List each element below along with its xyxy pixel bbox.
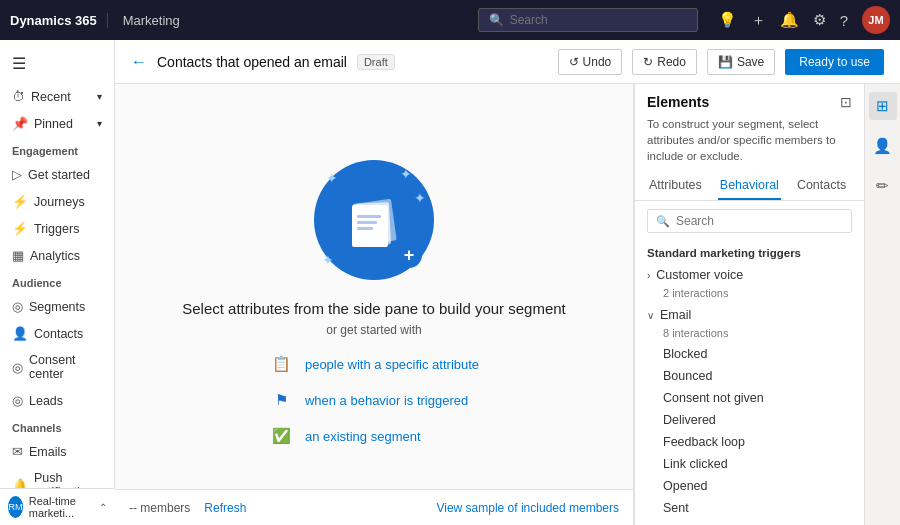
search-icon: 🔍 bbox=[489, 13, 504, 27]
journey-icon: ⚡ bbox=[12, 194, 28, 209]
trigger-icon: ⚡ bbox=[12, 221, 28, 236]
group-customer-voice: › Customer voice 2 interactions bbox=[635, 263, 864, 303]
document-stack-icon bbox=[344, 193, 404, 248]
undo-icon: ↺ bbox=[569, 55, 579, 69]
list-item[interactable]: Opened bbox=[663, 475, 864, 497]
play-icon: ▷ bbox=[12, 167, 22, 182]
plus-badge: + bbox=[396, 242, 422, 268]
sidebar-item-contacts[interactable]: 👤 Contacts bbox=[0, 320, 114, 347]
global-search[interactable]: 🔍 bbox=[478, 8, 698, 32]
sidebar-hamburger[interactable]: ☰ bbox=[0, 48, 114, 79]
grid-icon[interactable]: ⊞ bbox=[869, 92, 897, 120]
group-label: Email bbox=[660, 308, 691, 322]
toolbar: ← Contacts that opened an email Draft ↺ … bbox=[115, 40, 900, 84]
chevron-right-icon: › bbox=[647, 270, 650, 281]
group-header-customer-voice[interactable]: › Customer voice bbox=[635, 263, 864, 287]
standard-triggers-label: Standard marketing triggers bbox=[635, 241, 864, 263]
canvas: ✦ ✦ ✦ ✦ + bbox=[115, 84, 634, 525]
canvas-option-label: when a behavior is triggered bbox=[305, 393, 468, 408]
canvas-option-label: people with a specific attribute bbox=[305, 357, 479, 372]
group-label: Customer voice bbox=[656, 268, 743, 282]
analytics-icon: ▦ bbox=[12, 248, 24, 263]
redo-button[interactable]: ↻ Redo bbox=[632, 49, 697, 75]
view-sample-button[interactable]: View sample of included members bbox=[436, 501, 619, 515]
section-engagement: Engagement bbox=[0, 137, 114, 161]
sidebar-label: Triggers bbox=[34, 222, 79, 236]
list-item[interactable]: Feedback loop bbox=[663, 431, 864, 453]
tab-contacts[interactable]: Contacts bbox=[795, 172, 848, 200]
nav-icons: 💡 ＋ 🔔 ⚙ ? JM bbox=[718, 6, 890, 34]
group-header-email[interactable]: ∨ Email bbox=[635, 303, 864, 327]
undo-label: Undo bbox=[583, 55, 612, 69]
brand-name: Dynamics 365 bbox=[10, 13, 108, 28]
search-input[interactable] bbox=[510, 13, 687, 27]
lightbulb-icon[interactable]: 💡 bbox=[718, 11, 737, 29]
sidebar-item-recent[interactable]: ⏱ Recent ▾ bbox=[0, 83, 114, 110]
refresh-button[interactable]: Refresh bbox=[204, 501, 246, 515]
sidebar-item-analytics[interactable]: ▦ Analytics bbox=[0, 242, 114, 269]
undo-button[interactable]: ↺ Undo bbox=[558, 49, 623, 75]
segment-icon: ◎ bbox=[12, 299, 23, 314]
list-item[interactable]: Blocked bbox=[663, 343, 864, 365]
footer-chevron[interactable]: ⌃ bbox=[99, 502, 107, 513]
content-area: ← Contacts that opened an email Draft ↺ … bbox=[115, 40, 900, 525]
chevron-down-icon: ∨ bbox=[647, 310, 654, 321]
help-icon[interactable]: ? bbox=[840, 12, 848, 29]
tab-behavioral[interactable]: Behavioral bbox=[718, 172, 781, 200]
elements-panel: Elements ⊡ To construct your segment, se… bbox=[634, 84, 864, 525]
canvas-option-attribute[interactable]: 📋 people with a specific attribute bbox=[269, 351, 479, 377]
tab-attributes[interactable]: Attributes bbox=[647, 172, 704, 200]
canvas-option-label: an existing segment bbox=[305, 429, 421, 444]
list-item[interactable]: Bounced bbox=[663, 365, 864, 387]
sidebar-label: Get started bbox=[28, 168, 90, 182]
panel-title: Elements bbox=[647, 94, 709, 110]
redo-label: Redo bbox=[657, 55, 686, 69]
sidebar-label: Analytics bbox=[30, 249, 80, 263]
behavior-icon: ⚑ bbox=[269, 387, 295, 413]
sidebar-item-segments[interactable]: ◎ Segments bbox=[0, 293, 114, 320]
sidebar-item-emails[interactable]: ✉ Emails bbox=[0, 438, 114, 465]
settings-icon[interactable]: ⚙ bbox=[813, 11, 826, 29]
sidebar-item-triggers[interactable]: ⚡ Triggers bbox=[0, 215, 114, 242]
person-icon[interactable]: 👤 bbox=[869, 132, 897, 160]
panel-search-input[interactable] bbox=[676, 214, 843, 228]
realtime-avatar: RM bbox=[8, 496, 23, 518]
panel-description: To construct your segment, select attrib… bbox=[635, 116, 864, 172]
sidebar-item-pinned[interactable]: 📌 Pinned ▾ bbox=[0, 110, 114, 137]
segment-option-icon: ✅ bbox=[269, 423, 295, 449]
plus-icon[interactable]: ＋ bbox=[751, 11, 766, 30]
status-badge: Draft bbox=[357, 54, 395, 70]
sidebar-label: Journeys bbox=[34, 195, 85, 209]
list-item[interactable]: Consent not given bbox=[663, 387, 864, 409]
svg-rect-3 bbox=[357, 215, 381, 218]
sidebar-item-get-started[interactable]: ▷ Get started bbox=[0, 161, 114, 188]
section-channels: Channels bbox=[0, 414, 114, 438]
save-button[interactable]: 💾 Save bbox=[707, 49, 775, 75]
panel-tabs: Attributes Behavioral Contacts bbox=[635, 172, 864, 201]
footer-label[interactable]: Real-time marketi... bbox=[29, 495, 93, 519]
sidebar-item-consent[interactable]: ◎ Consent center bbox=[0, 347, 114, 387]
panel-search-box[interactable]: 🔍 bbox=[647, 209, 852, 233]
group-email: ∨ Email 8 interactions Blocked Bounced C… bbox=[635, 303, 864, 523]
list-item[interactable]: Delivered bbox=[663, 409, 864, 431]
list-item[interactable]: Sent bbox=[663, 497, 864, 519]
panel-header: Elements ⊡ bbox=[635, 84, 864, 116]
sidebar-item-journeys[interactable]: ⚡ Journeys bbox=[0, 188, 114, 215]
pencil-icon[interactable]: ✏ bbox=[869, 172, 897, 200]
sidebar-item-leads[interactable]: ◎ Leads bbox=[0, 387, 114, 414]
sidebar-pinned-label: Pinned bbox=[34, 117, 73, 131]
ready-button[interactable]: Ready to use bbox=[785, 49, 884, 75]
attribute-icon: 📋 bbox=[269, 351, 295, 377]
top-nav: Dynamics 365 Marketing 🔍 💡 ＋ 🔔 ⚙ ? JM bbox=[0, 0, 900, 40]
canvas-subtitle: or get started with bbox=[326, 323, 421, 337]
canvas-option-behavior[interactable]: ⚑ when a behavior is triggered bbox=[269, 387, 479, 413]
list-item[interactable]: Link clicked bbox=[663, 453, 864, 475]
panel-expand-icon[interactable]: ⊡ bbox=[840, 94, 852, 110]
chevron-icon: ▾ bbox=[97, 91, 102, 102]
back-button[interactable]: ← bbox=[131, 53, 147, 71]
sparkle-icon: ✦ bbox=[400, 166, 412, 182]
bell-icon[interactable]: 🔔 bbox=[780, 11, 799, 29]
canvas-option-segment[interactable]: ✅ an existing segment bbox=[269, 423, 479, 449]
sidebar-recent-label: Recent bbox=[31, 90, 71, 104]
user-avatar[interactable]: JM bbox=[862, 6, 890, 34]
